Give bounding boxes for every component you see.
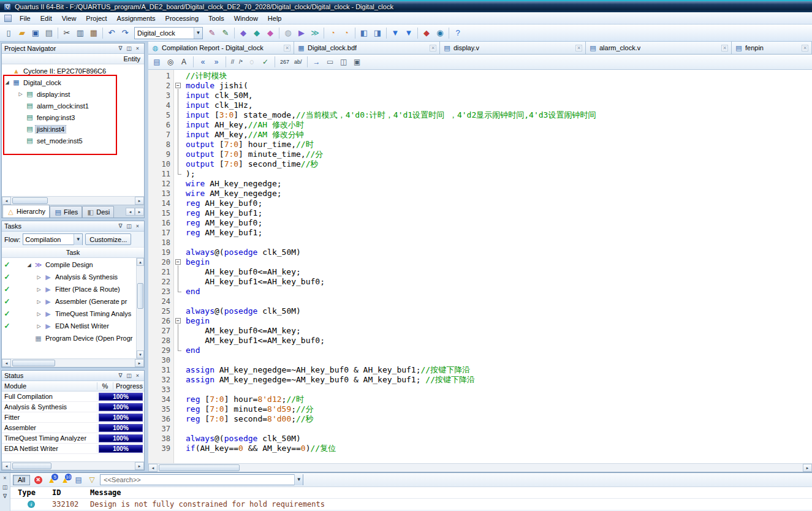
scroll-thumb[interactable]	[12, 360, 55, 366]
timequest-icon[interactable]: ◔	[326, 26, 340, 40]
filter-funnel-button[interactable]: ▽	[86, 474, 97, 485]
progress-column-header[interactable]: Progress	[113, 382, 144, 390]
dock-icon[interactable]: ◫	[125, 372, 133, 380]
status-h-scrollbar[interactable]: ◂ ▸	[2, 461, 144, 470]
expand-arrow-icon[interactable]: ▷	[36, 274, 42, 280]
scroll-thumb[interactable]	[159, 464, 240, 471]
navigator-h-scrollbar[interactable]: ◂ ▸	[2, 196, 144, 205]
menu-item-assignments[interactable]: Assignments	[112, 13, 161, 24]
tree-row[interactable]: ▤alarm_clock:inst1	[2, 100, 144, 112]
tab-close-icon[interactable]: ✕	[430, 45, 436, 51]
code-line[interactable]: reg AH_key_buf0;	[186, 199, 812, 208]
scroll-left-icon[interactable]: ◂	[2, 359, 11, 367]
dock-icon[interactable]: ◫	[125, 45, 133, 53]
open-folder-icon[interactable]: ▰	[15, 26, 29, 40]
all-filter-button[interactable]: All	[13, 475, 30, 485]
flow-select[interactable]: Compilation ▼	[23, 233, 83, 245]
expand-arrow-icon[interactable]: ▷	[36, 311, 42, 317]
expand-arrow-icon[interactable]: ▷	[36, 287, 42, 292]
module-column-header[interactable]: Module	[2, 382, 97, 390]
syntax-check-icon[interactable]: ✓	[259, 56, 271, 68]
chevron-down-icon[interactable]: ▼	[294, 474, 303, 485]
code-line[interactable]	[186, 385, 812, 395]
tab-hierarchy[interactable]: △ Hierarchy	[2, 205, 50, 218]
chevron-down-icon[interactable]: ▼	[74, 234, 82, 245]
scroll-track[interactable]	[11, 197, 135, 205]
cut-icon[interactable]: ✂	[60, 26, 74, 40]
new-file-icon[interactable]: ▯	[2, 26, 15, 40]
code-line[interactable]: output [7:0] second_time//秒	[186, 159, 812, 169]
code-line[interactable]: assign AM_key_negedge=~AM_key_buf0 & AM_…	[186, 375, 812, 385]
close-icon[interactable]: ×	[134, 222, 142, 230]
save-icon[interactable]: ▣	[29, 26, 42, 40]
flag-filter-button[interactable]: ▤	[73, 474, 84, 485]
split-icon[interactable]: ◫	[338, 56, 350, 68]
menu-item-file[interactable]: File	[15, 13, 36, 24]
error-filter-button[interactable]: ✕	[32, 474, 44, 485]
collapse-arrow-icon[interactable]: ◢	[26, 262, 32, 268]
code-line[interactable]: AH_key_buf0<=AH_key;	[186, 267, 812, 277]
task-row[interactable]: ✓◢≫Compile Design	[2, 259, 144, 271]
expand-arrow-icon[interactable]: ▷	[17, 91, 24, 97]
template-icon[interactable]: ▤	[151, 56, 163, 68]
tree-row[interactable]: ▤jishi:inst4	[2, 123, 144, 135]
scroll-track[interactable]	[157, 464, 803, 472]
code-line[interactable]: AH_key_buf1<=AH_key_buf0;	[186, 277, 812, 287]
pin-icon[interactable]: ∇	[1, 492, 9, 500]
system-console-icon[interactable]: ◉	[433, 26, 447, 40]
task-row[interactable]: ✓▷▶Analysis & Synthesis	[2, 271, 144, 283]
task-row[interactable]: ▦Program Device (Open Progr	[2, 332, 144, 344]
customize-button[interactable]: Customize...	[85, 233, 131, 245]
entity-column-header[interactable]: Entity	[2, 54, 144, 64]
chevron-down-icon[interactable]: ▼	[194, 28, 202, 39]
settings-icon[interactable]: ◆	[237, 26, 250, 40]
tasks-v-scrollbar[interactable]: ▴ ▾	[136, 258, 144, 358]
start-compilation-icon[interactable]: ▶	[295, 26, 308, 40]
scroll-thumb[interactable]	[137, 283, 143, 309]
code-line[interactable]: reg [7:0] minute=8'd59;//分	[186, 404, 812, 414]
scroll-down-icon[interactable]: ▾	[137, 350, 144, 358]
code-line[interactable]: always@(posedge clk_50M)	[186, 306, 812, 316]
frame-icon[interactable]: ▭	[324, 56, 336, 68]
code-line[interactable]: output [7:0] minute_time,//分	[186, 150, 812, 159]
tree-row[interactable]: ▷▤display:inst	[2, 88, 144, 100]
pin-icon[interactable]: ∇	[116, 222, 124, 230]
document-tab[interactable]: ◍Compilation Report - Digital_clock✕	[148, 42, 294, 54]
fold-toggle-icon[interactable]: −	[175, 318, 181, 324]
code-line[interactable]	[186, 424, 812, 434]
code-line[interactable]: if(AH_key==0 && AM_key==0)//复位	[186, 444, 812, 453]
code-line[interactable]: wire AH_key_negedge;	[186, 179, 812, 189]
assignment-editor-icon[interactable]: ✎	[205, 26, 219, 40]
help-icon[interactable]: ?	[451, 26, 465, 40]
task-column-header[interactable]: Task	[2, 248, 144, 258]
word-wrap-icon[interactable]: ab/	[292, 59, 304, 65]
code-line[interactable]: reg AH_key_buf1;	[186, 208, 812, 218]
scroll-left-icon[interactable]: ◂	[2, 462, 11, 470]
expand-arrow-icon[interactable]: ▷	[36, 324, 42, 329]
tab-close-icon[interactable]: ✕	[802, 45, 808, 51]
menu-item-processing[interactable]: Processing	[161, 13, 203, 24]
code-line[interactable]: begin	[186, 316, 812, 326]
task-row[interactable]: ✓▷▶TimeQuest Timing Analys	[2, 308, 144, 320]
netlist-viewer-icon[interactable]: ◧	[357, 26, 371, 40]
code-line[interactable]: module jishi(	[186, 81, 812, 91]
tab-close-icon[interactable]: ✕	[284, 45, 290, 51]
find-icon[interactable]: ◎	[164, 56, 176, 68]
code-line[interactable]: input clk_50M,	[186, 91, 812, 100]
goto-icon[interactable]: →	[311, 56, 323, 68]
code-line[interactable]	[186, 238, 812, 248]
indent-increase-icon[interactable]: »	[210, 56, 222, 68]
tree-row[interactable]: ▤fenping:inst3	[2, 112, 144, 123]
rapid-recompile-icon[interactable]: ≫	[308, 26, 322, 40]
tab-design-units[interactable]: ◧ Desi	[82, 206, 114, 218]
critical-warning-filter-button[interactable]: ▲ 5	[46, 474, 57, 485]
code-line[interactable]: always@(posedge clk_50M)	[186, 434, 812, 444]
chip-planner-icon[interactable]: ◨	[371, 26, 384, 40]
paste-icon[interactable]: ▦	[87, 26, 101, 40]
document-tab[interactable]: ▤alarm_clock.v✕	[586, 42, 732, 54]
scroll-right-icon[interactable]: ▸	[135, 359, 144, 367]
task-row[interactable]: ✓▷▶EDA Netlist Writer	[2, 320, 144, 332]
tree-row[interactable]: ▲Cyclone II: EP2C70F896C6	[2, 65, 144, 77]
analysis-icon[interactable]: ◆	[250, 26, 264, 40]
child-window-icon[interactable]	[4, 15, 12, 22]
